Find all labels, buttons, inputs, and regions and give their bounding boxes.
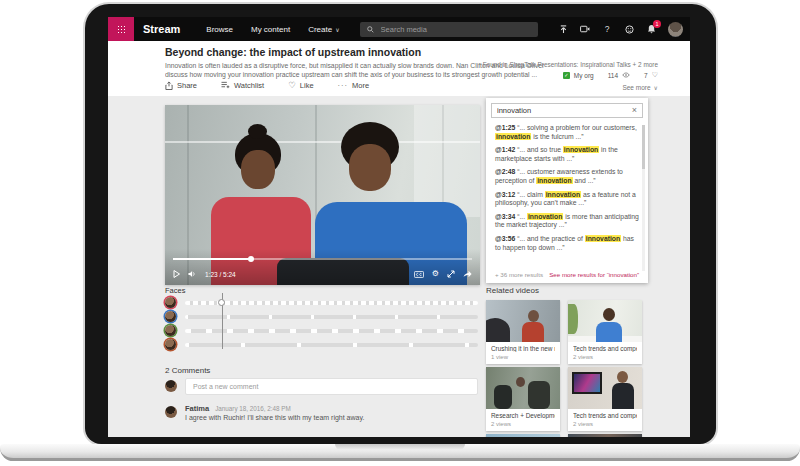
- video-thumbnail: [568, 434, 642, 437]
- transcript-result[interactable]: @3:56 “... and the practice of innovatio…: [495, 235, 639, 252]
- share-icon: [165, 81, 173, 90]
- next-share-icon[interactable]: [463, 270, 472, 278]
- face-timeline[interactable]: [185, 343, 478, 347]
- related-video-views: 2 views: [573, 354, 637, 360]
- related-video-title: Crushing it in the new mar...: [491, 345, 555, 352]
- app-launcher-button[interactable]: [108, 17, 134, 41]
- settings-gear-icon[interactable]: ⚙: [432, 270, 439, 278]
- close-icon[interactable]: ×: [632, 106, 637, 115]
- heart-icon: ♡: [288, 80, 296, 90]
- comments-heading: 2 Comments: [165, 366, 210, 375]
- highlighted-term: innovation: [585, 235, 621, 242]
- laptop-screen: Stream Browse My content Create ∨ ?: [108, 17, 690, 437]
- related-video-card[interactable]: [486, 434, 560, 437]
- face-avatar[interactable]: [165, 325, 176, 336]
- search-box[interactable]: [360, 22, 538, 37]
- related-video-views: 2 views: [491, 421, 555, 427]
- search-icon: [366, 24, 376, 34]
- search-input[interactable]: [381, 25, 532, 34]
- see-more-results-link[interactable]: See more results for “innovation”: [549, 271, 639, 278]
- fullscreen-button[interactable]: [447, 270, 455, 278]
- video-camera-icon[interactable]: [580, 24, 590, 34]
- highlighted-term: innovation: [536, 177, 572, 184]
- related-video-card[interactable]: Tech trends and competitiv...2 views: [568, 367, 642, 431]
- transcript-result[interactable]: @3:34 “... innovation is more than antic…: [495, 213, 639, 230]
- feedback-smiley-icon[interactable]: [624, 24, 634, 34]
- transcript-result[interactable]: @1:42 “... and so true innovation in the…: [495, 146, 639, 163]
- video-header: Beyond change: the impact of upstream in…: [108, 41, 690, 96]
- nav-item-browse[interactable]: Browse: [206, 25, 233, 34]
- captions-button[interactable]: [414, 271, 424, 278]
- related-video-card[interactable]: Crushing it in the new mar...1 view: [486, 300, 560, 364]
- related-videos-heading: Related videos: [486, 286, 539, 295]
- seek-bar-played: [173, 258, 251, 260]
- face-avatar[interactable]: [165, 311, 176, 322]
- comment-input[interactable]: [185, 378, 478, 395]
- share-button[interactable]: Share: [165, 81, 197, 90]
- time-display: 1:23 / 5:24: [205, 271, 236, 278]
- comment-text: I agree with Ruchir! I'll share this wit…: [185, 414, 364, 421]
- notifications-button[interactable]: 1: [646, 24, 656, 34]
- transcript-search-panel: × @1:25 “... solving a problem for our c…: [486, 98, 648, 283]
- faces-heading: Faces: [165, 286, 185, 295]
- related-video-card[interactable]: Tech trends and competitiv...2 views: [568, 300, 642, 364]
- video-thumbnail: [486, 300, 560, 342]
- waffle-icon: [117, 25, 126, 34]
- video-player[interactable]: 1:23 / 5:24 ⚙: [165, 105, 480, 285]
- laptop-notch: [335, 444, 465, 450]
- timeline-playhead-marker[interactable]: [218, 299, 225, 306]
- org-badge-label: My org: [574, 72, 594, 79]
- face-avatar[interactable]: [165, 339, 176, 350]
- more-results-count: + 36 more results: [495, 271, 543, 278]
- chevron-down-icon: ∨: [654, 84, 658, 91]
- video-thumbnail: [486, 434, 560, 437]
- play-button[interactable]: [173, 270, 180, 278]
- nav-right-icons: ? 1: [558, 22, 690, 37]
- transcript-search-input[interactable]: [497, 106, 628, 115]
- related-video-card[interactable]: Research + Development2 views: [486, 367, 560, 431]
- related-video-title: Tech trends and competitiv...: [573, 412, 637, 419]
- see-more-toggle[interactable]: See more ∨: [622, 84, 658, 91]
- related-video-title: Tech trends and competitiv...: [573, 345, 637, 352]
- seek-bar[interactable]: [173, 258, 472, 260]
- transcript-result[interactable]: @2:48 “... customer awareness extends to…: [495, 168, 639, 185]
- more-button[interactable]: ··· More: [338, 81, 370, 90]
- transcript-search-box[interactable]: ×: [491, 103, 643, 118]
- seek-handle[interactable]: [248, 256, 254, 262]
- page-title: Beyond change: the impact of upstream in…: [165, 46, 421, 58]
- eye-icon: [622, 72, 630, 79]
- commenter-name[interactable]: Fatima: [185, 404, 209, 413]
- scrollbar-thumb[interactable]: [642, 125, 645, 169]
- transcript-result[interactable]: @1:25 “... solving a problem for our cus…: [495, 124, 639, 141]
- video-stats: ✓ My org 114 7 ♡: [563, 71, 658, 79]
- face-timeline[interactable]: [185, 301, 478, 305]
- related-video-views: 1 view: [491, 354, 555, 360]
- face-timeline[interactable]: [185, 329, 478, 333]
- video-thumbnail: [568, 367, 642, 409]
- nav-item-create[interactable]: Create ∨: [308, 25, 339, 34]
- volume-icon[interactable]: [188, 270, 197, 278]
- top-nav: Stream Browse My content Create ∨ ?: [108, 17, 690, 41]
- face-avatar[interactable]: [165, 297, 176, 308]
- description-line-2: discuss how moving your innovation pract…: [165, 70, 544, 79]
- highlighted-term: innovation: [563, 146, 599, 153]
- app-title: Stream: [143, 23, 180, 35]
- upload-icon[interactable]: [558, 24, 568, 34]
- heart-icon: ♡: [652, 71, 658, 79]
- face-timeline[interactable]: [185, 315, 478, 319]
- related-video-card[interactable]: [568, 434, 642, 437]
- nav-item-my-content[interactable]: My content: [251, 25, 290, 34]
- player-controls: 1:23 / 5:24 ⚙: [165, 263, 480, 285]
- user-avatar[interactable]: [668, 22, 683, 37]
- highlighted-term: innovation: [495, 133, 531, 140]
- help-icon[interactable]: ?: [602, 24, 612, 34]
- watchlist-button[interactable]: Watchlist: [221, 81, 264, 90]
- transcript-result[interactable]: @3:12 “... claim innovation as a feature…: [495, 191, 639, 208]
- transcript-results: @1:25 “... solving a problem for our cus…: [486, 122, 648, 252]
- org-check-icon: ✓: [563, 72, 570, 79]
- scrollbar[interactable]: [642, 125, 645, 271]
- watchlist-icon: [221, 81, 230, 89]
- like-button[interactable]: ♡ Like: [288, 80, 313, 90]
- commenter-avatar: [165, 406, 177, 418]
- found-in-channels[interactable]: Found in ShopTalk Presentations: Inspira…: [483, 61, 658, 68]
